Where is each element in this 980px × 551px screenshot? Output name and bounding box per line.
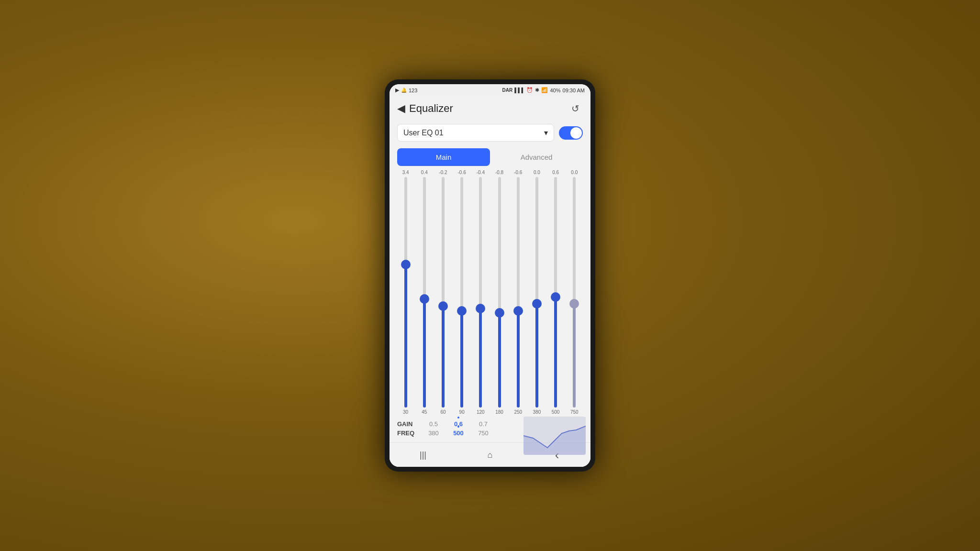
slider-thumb-500 bbox=[551, 292, 560, 302]
freq-label-380: 380 bbox=[533, 409, 541, 415]
gain-label-4: -0.4 bbox=[472, 170, 489, 175]
slider-fill-30 bbox=[404, 264, 407, 408]
page-title: Equalizer bbox=[409, 102, 453, 115]
freq-active-dot bbox=[457, 426, 459, 428]
device-screen: ▶ 🔔 123 DAR ▌▌▌ ⏰ ✱ 📶 40% 09:30 AM ◀ Equ… bbox=[390, 84, 590, 467]
slider-track-120 bbox=[479, 177, 482, 408]
freq-label-750: 750 bbox=[570, 409, 579, 415]
wifi-icon: 📶 bbox=[541, 87, 548, 93]
header: ◀ Equalizer ↺ bbox=[390, 96, 590, 121]
header-left: ◀ Equalizer bbox=[397, 102, 453, 115]
slider-thumb-120 bbox=[476, 304, 485, 313]
slider-band-60[interactable]: 60 bbox=[434, 177, 452, 415]
eq-enable-toggle[interactable] bbox=[559, 126, 583, 140]
slider-thumb-90 bbox=[457, 306, 467, 316]
gain-labels-row: 3.4 0.4 -0.2 -0.6 -0.4 -0.8 -0.6 0.0 0.6… bbox=[394, 170, 586, 175]
slider-thumb-380 bbox=[532, 299, 542, 309]
slider-band-90[interactable]: 90 bbox=[453, 177, 470, 415]
slider-thumb-250 bbox=[513, 306, 523, 316]
eq-area: 3.4 0.4 -0.2 -0.6 -0.4 -0.8 -0.6 0.0 0.6… bbox=[390, 170, 590, 417]
signal-icon: ▌▌▌ bbox=[514, 88, 524, 93]
freq-label-180: 180 bbox=[495, 409, 503, 415]
slider-thumb-750 bbox=[569, 299, 579, 309]
slider-track-60 bbox=[442, 177, 445, 408]
gain-label-5: -0.8 bbox=[491, 170, 508, 175]
gain-label-9: 0.0 bbox=[566, 170, 583, 175]
slider-band-180[interactable]: 180 bbox=[491, 177, 508, 415]
slider-fill-45 bbox=[423, 299, 426, 408]
slider-fill-180 bbox=[498, 313, 501, 408]
tabs-row: Main Advanced bbox=[390, 144, 590, 170]
status-right: DAR ▌▌▌ ⏰ ✱ 📶 40% 09:30 AM bbox=[502, 87, 585, 93]
tab-advanced[interactable]: Advanced bbox=[490, 148, 583, 166]
slider-fill-90 bbox=[460, 311, 463, 408]
dar-label: DAR bbox=[502, 88, 513, 93]
gain-label-6: -0.6 bbox=[510, 170, 527, 175]
battery-level: 40% bbox=[550, 88, 560, 93]
slider-track-90 bbox=[460, 177, 463, 408]
status-left: ▶ 🔔 123 bbox=[395, 87, 417, 93]
nav-home-button[interactable]: ⌂ bbox=[480, 448, 500, 462]
slider-band-750[interactable]: 750 bbox=[566, 177, 583, 415]
nav-menu-button[interactable]: ||| bbox=[413, 448, 433, 462]
dropdown-arrow-icon: ▾ bbox=[544, 128, 548, 137]
freq-label-60: 60 bbox=[440, 409, 445, 415]
play-icon: ▶ bbox=[395, 87, 399, 93]
slider-band-120[interactable]: 120 bbox=[472, 177, 489, 415]
slider-track-30 bbox=[404, 177, 407, 408]
slider-fill-60 bbox=[442, 306, 445, 408]
slider-band-250[interactable]: 250 bbox=[510, 177, 527, 415]
bluetooth-icon: ✱ bbox=[535, 87, 539, 93]
tab-main[interactable]: Main bbox=[397, 148, 490, 166]
app-content: ◀ Equalizer ↺ User EQ 01 ▾ Main bbox=[390, 96, 590, 467]
slider-fill-500 bbox=[554, 297, 557, 408]
slider-band-45[interactable]: 45 bbox=[416, 177, 433, 415]
preset-row: User EQ 01 ▾ bbox=[390, 121, 590, 144]
gain-label-1: 0.4 bbox=[416, 170, 433, 175]
alarm-icon: ⏰ bbox=[526, 87, 533, 93]
slider-track-500 bbox=[554, 177, 557, 408]
freq-values: 380 500 750 bbox=[421, 430, 496, 437]
back-button[interactable]: ◀ bbox=[397, 102, 405, 115]
gain-label-3: -0.6 bbox=[453, 170, 470, 175]
device-frame: ▶ 🔔 123 DAR ▌▌▌ ⏰ ✱ 📶 40% 09:30 AM ◀ Equ… bbox=[385, 79, 595, 472]
gain-prev[interactable]: 0.5 bbox=[421, 420, 446, 428]
freq-label-500: 500 bbox=[552, 409, 560, 415]
slider-band-500[interactable]: 500 bbox=[547, 177, 564, 415]
freq-row: FREQ 380 500 750 bbox=[397, 430, 583, 437]
bottom-section: GAIN 0.5 0.6 0.7 FREQ 380 bbox=[390, 417, 590, 442]
freq-label-120: 120 bbox=[477, 409, 485, 415]
freq-next[interactable]: 750 bbox=[471, 430, 496, 437]
gain-label-2: -0.2 bbox=[434, 170, 452, 175]
slider-thumb-180 bbox=[495, 308, 504, 318]
freq-label-30: 30 bbox=[403, 409, 408, 415]
gain-next[interactable]: 0.7 bbox=[471, 420, 496, 428]
slider-thumb-45 bbox=[420, 294, 429, 304]
freq-label-250: 250 bbox=[514, 409, 522, 415]
slider-band-30[interactable]: 30 bbox=[397, 177, 414, 415]
freq-prev[interactable]: 380 bbox=[421, 430, 446, 437]
slider-track-45 bbox=[423, 177, 426, 408]
slider-track-380 bbox=[535, 177, 538, 408]
freq-label: FREQ bbox=[397, 430, 421, 437]
status-bar: ▶ 🔔 123 DAR ▌▌▌ ⏰ ✱ 📶 40% 09:30 AM bbox=[390, 84, 590, 96]
notification-count: 🔔 bbox=[401, 88, 407, 93]
slider-band-380[interactable]: 380 bbox=[528, 177, 546, 415]
notification-number: 123 bbox=[409, 88, 417, 93]
slider-thumb-30 bbox=[401, 260, 411, 269]
preset-selected-label: User EQ 01 bbox=[403, 129, 444, 137]
slider-thumb-60 bbox=[438, 301, 448, 311]
sliders-container: 30 45 60 90 120 bbox=[394, 175, 586, 417]
slider-track-180 bbox=[498, 177, 501, 408]
slider-fill-250 bbox=[517, 311, 520, 408]
slider-fill-120 bbox=[479, 309, 482, 408]
gain-label-7: 0.0 bbox=[528, 170, 546, 175]
freq-active[interactable]: 500 bbox=[446, 430, 471, 437]
time-display: 09:30 AM bbox=[563, 88, 585, 93]
reset-button[interactable]: ↺ bbox=[568, 101, 583, 116]
slider-track-750 bbox=[573, 177, 576, 408]
preset-dropdown[interactable]: User EQ 01 ▾ bbox=[397, 124, 554, 142]
freq-label-90: 90 bbox=[459, 409, 465, 415]
gain-row: GAIN 0.5 0.6 0.7 bbox=[397, 420, 583, 428]
slider-fill-380 bbox=[535, 304, 538, 408]
